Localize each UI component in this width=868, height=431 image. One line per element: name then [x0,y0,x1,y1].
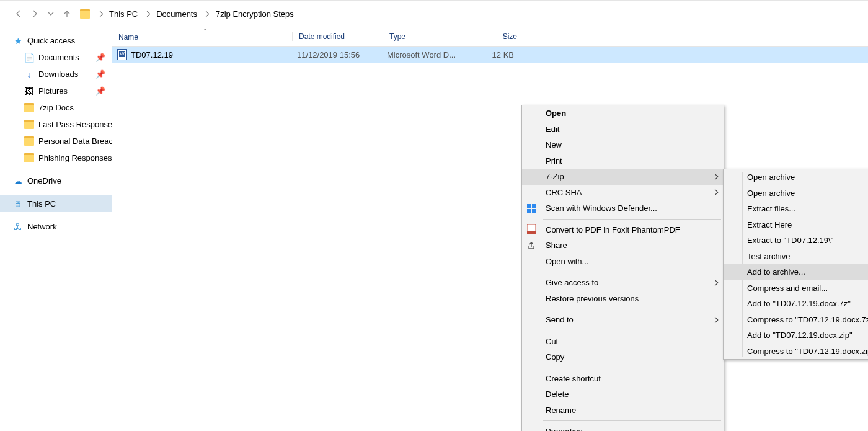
nav-label: Downloads [38,69,78,79]
nav-label: 7zip Docs [38,103,74,112]
nav-item-phishing-responses[interactable]: Phishing Responses [0,149,112,166]
menu-cut[interactable]: Cut [522,334,724,350]
column-date-modified[interactable]: Date modified [292,32,383,41]
nav-label: This PC [27,199,56,208]
pin-icon: 📌 [95,86,112,96]
menu-properties[interactable]: Properties [522,424,724,431]
column-name[interactable]: ⌃ Name [112,32,292,42]
context-menu: Open Edit New Print 7-Zip CRC SHA Scan w… [521,105,724,431]
menu-share[interactable]: Share [522,238,724,254]
pictures-icon [24,86,35,97]
onedrive-icon [12,176,24,187]
nav-recent-dropdown[interactable] [45,7,57,20]
this-pc-icon [12,198,24,210]
chevron-right-icon [202,12,211,16]
submenu-add-to-7z[interactable]: Add to "TD07.12.19.docx.7z" [724,296,868,312]
nav-item-lastpass-responses[interactable]: Last Pass Responses [0,116,112,133]
column-size[interactable]: Size [467,32,525,41]
svg-rect-5 [527,231,536,234]
nav-label: OneDrive [27,176,61,185]
submenu-test-archive[interactable]: Test archive [724,249,868,265]
nav-network[interactable]: Network [0,218,112,235]
chevron-right-icon [95,12,104,16]
folder-icon [24,136,35,147]
folder-icon [24,102,35,113]
nav-onedrive[interactable]: OneDrive [0,172,112,189]
nav-label: Network [27,222,57,231]
file-name: TD07.12.19 [131,50,173,60]
submenu-extract-to[interactable]: Extract to "TD07.12.19\" [724,233,868,249]
menu-scan-defender[interactable]: Scan with Windows Defender... [522,200,724,216]
breadcrumb-documents[interactable]: Documents [155,1,198,27]
menu-create-shortcut[interactable]: Create shortcut [522,371,724,387]
network-icon [12,221,24,233]
folder-icon [24,119,35,130]
nav-forward-button[interactable] [29,7,41,20]
svg-rect-0 [527,204,531,208]
submenu-arrow-icon [713,280,717,285]
menu-delete[interactable]: Delete [522,386,724,402]
nav-back-button[interactable] [12,7,25,20]
nav-quick-access[interactable]: Quick access [0,32,112,49]
nav-item-pictures[interactable]: Pictures 📌 [0,82,112,99]
submenu-arrow-icon [713,190,717,195]
file-row[interactable]: TD07.12.19 11/12/2019 15:56 Microsoft Wo… [112,47,868,63]
menu-new[interactable]: New [522,137,724,153]
submenu-add-to-archive[interactable]: Add to archive... [724,264,868,280]
nav-label: Quick access [27,36,75,45]
submenu-compress-email[interactable]: Compress and email... [724,280,868,296]
file-type: Microsoft Word D... [381,50,464,60]
nav-item-7zip-docs[interactable]: 7zip Docs [0,99,112,116]
sevenzip-submenu: Open archive Open archive Extract files.… [723,169,868,360]
menu-open[interactable]: Open [522,105,724,122]
nav-item-downloads[interactable]: Downloads 📌 [0,66,112,82]
menu-open-with[interactable]: Open with... [522,254,724,270]
file-list: ⌃ Name Date modified Type Size TD07.12.1… [112,27,868,431]
sort-indicator-icon: ⌃ [118,29,292,33]
share-icon [526,240,537,251]
column-type[interactable]: Type [383,32,467,41]
submenu-open-archive-variants[interactable]: Open archive [724,185,868,202]
menu-print[interactable]: Print [522,153,724,169]
pin-icon: 📌 [95,53,112,62]
folder-icon [24,153,35,164]
submenu-extract-here[interactable]: Extract Here [724,217,868,233]
nav-label: Last Pass Responses [38,120,112,129]
svg-rect-2 [527,209,531,213]
nav-this-pc[interactable]: This PC [0,195,112,212]
file-size: 12 KB [464,50,521,60]
address-bar: This PC Documents 7zip Encryption Steps [0,0,868,27]
nav-label: Phishing Responses [38,153,112,162]
menu-7zip[interactable]: 7-Zip [522,169,724,185]
submenu-open-archive[interactable]: Open archive [724,169,868,185]
submenu-compress-7z-email[interactable]: Compress to "TD07.12.19.docx.7z" and ema… [724,312,868,328]
column-headers: ⌃ Name Date modified Type Size [112,27,868,47]
menu-convert-pdf[interactable]: Convert to PDF in Foxit PhantomPDF [522,222,724,238]
menu-edit[interactable]: Edit [522,122,724,138]
nav-item-personal-data-breach[interactable]: Personal Data Breac [0,133,112,149]
downloads-icon [24,69,35,80]
menu-send-to[interactable]: Send to [522,312,724,328]
nav-item-documents[interactable]: Documents 📌 [0,49,112,66]
nav-label: Documents [38,53,79,62]
menu-restore-previous[interactable]: Restore previous versions [522,291,724,307]
submenu-compress-zip-email[interactable]: Compress to "TD07.12.19.docx.zip" and em… [724,344,868,360]
quick-access-icon [12,35,24,47]
documents-icon [24,52,35,63]
submenu-arrow-icon [713,318,717,322]
menu-copy[interactable]: Copy [522,349,724,365]
breadcrumb-this-pc[interactable]: This PC [108,1,139,27]
svg-rect-3 [532,209,536,213]
submenu-extract-files[interactable]: Extract files... [724,201,868,217]
svg-rect-1 [532,204,536,208]
menu-crc-sha[interactable]: CRC SHA [522,185,724,201]
folder-icon [78,7,92,20]
nav-up-button[interactable] [61,7,73,20]
chevron-right-icon [143,12,151,16]
submenu-add-to-zip[interactable]: Add to "TD07.12.19.docx.zip" [724,327,868,344]
breadcrumb-current-folder[interactable]: 7zip Encryption Steps [215,1,295,27]
file-date: 11/12/2019 15:56 [291,50,381,60]
defender-icon [526,203,537,214]
menu-rename[interactable]: Rename [522,402,724,419]
menu-give-access-to[interactable]: Give access to [522,275,724,291]
